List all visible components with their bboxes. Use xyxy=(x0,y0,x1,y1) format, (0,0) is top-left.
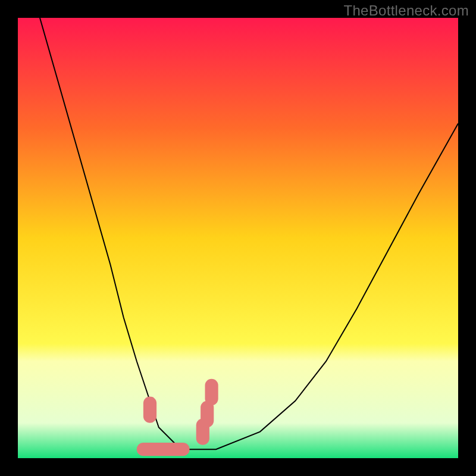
marker-point xyxy=(137,443,190,456)
chart-frame: TheBottleneck.com xyxy=(0,0,476,476)
chart-svg xyxy=(18,18,458,458)
marker-point xyxy=(205,379,218,405)
marker-point xyxy=(143,396,156,422)
watermark-text: TheBottleneck.com xyxy=(343,2,469,19)
chart-plot-area xyxy=(18,18,458,458)
chart-background xyxy=(18,18,458,458)
